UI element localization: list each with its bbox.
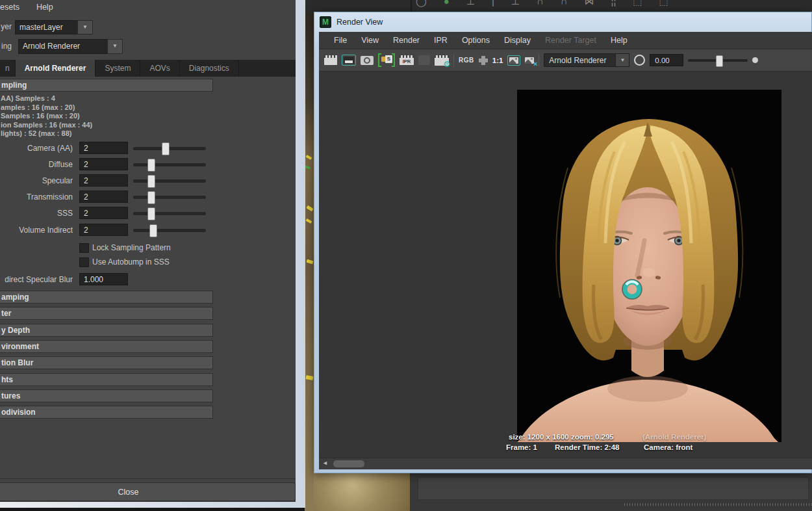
dashed-box-icon: ⬚: [659, 0, 668, 7]
redo-render-icon[interactable]: [324, 55, 337, 65]
use-autobump-sss-label: Use Autobump in SSS: [92, 257, 170, 267]
indirect-specular-blur-label: direct Specular Blur: [0, 275, 73, 284]
transmission-field[interactable]: 2: [79, 190, 128, 203]
menu-view[interactable]: View: [354, 36, 386, 45]
menu-help[interactable]: Help: [603, 36, 635, 45]
render-using-dropdown-arrow-icon[interactable]: ▼: [107, 39, 123, 54]
gear-icon: ⚙: [443, 60, 451, 68]
status-frame: Frame: 1: [506, 443, 537, 451]
sss-label: SSS: [0, 209, 73, 218]
timeline-inner: [418, 477, 809, 500]
exposure-field[interactable]: 0.00: [650, 54, 683, 66]
render-view-title: Render View: [336, 18, 383, 27]
menu-help[interactable]: Help: [36, 3, 53, 12]
render-view-titlebar[interactable]: M Render View: [320, 16, 383, 28]
ipr-render-icon[interactable]: IPR: [400, 55, 414, 65]
volume-indirect-field[interactable]: 2: [79, 224, 128, 236]
sss-slider-thumb[interactable]: [147, 207, 155, 220]
menu-render[interactable]: Render: [386, 36, 427, 45]
snap-grid-icon: ⊥: [466, 0, 475, 7]
bottom-dark-strip: [0, 508, 305, 511]
volume-indirect-slider[interactable]: [133, 229, 206, 232]
diffuse-slider[interactable]: [133, 163, 206, 166]
tab-arnold-renderer[interactable]: Arnold Renderer: [16, 60, 96, 77]
specular-slider[interactable]: [133, 179, 206, 183]
diffuse-slider-thumb[interactable]: [147, 159, 155, 172]
specular-slider-thumb[interactable]: [147, 175, 155, 188]
screen: ◯ ● ⊥ | ⊥ ∩ ∩ ⋈ ¦¦ ⬚ ⬚ esets: [0, 0, 812, 511]
render-region-icon[interactable]: [342, 55, 356, 66]
indirect-specular-blur-field[interactable]: 1.000: [79, 273, 128, 285]
circle-icon: ◯: [416, 0, 427, 7]
menu-file[interactable]: File: [327, 36, 354, 45]
diffuse-field[interactable]: 2: [79, 158, 128, 170]
section-lights[interactable]: hts: [0, 373, 213, 386]
render-layer-select[interactable]: masterLayer: [15, 20, 84, 34]
remove-image-icon[interactable]: ×: [525, 57, 534, 64]
transmission-slider[interactable]: [133, 196, 206, 199]
renderer-select-arrow-icon[interactable]: ▼: [615, 54, 629, 66]
render-layer-dropdown-arrow-icon[interactable]: ▼: [77, 20, 93, 34]
section-subdivision[interactable]: odivision: [0, 406, 213, 419]
settings-tab-bar: n Arnold Renderer System AOVs Diagnostic…: [0, 60, 296, 77]
render-selected-icon[interactable]: S: [378, 53, 395, 67]
tab-common[interactable]: n: [0, 60, 16, 77]
camera-aa-field[interactable]: 2: [79, 142, 128, 154]
exposure-slider-thumb[interactable]: [716, 55, 723, 67]
scrollbar-thumb[interactable]: [333, 460, 364, 467]
specular-field[interactable]: 2: [79, 174, 128, 187]
transmission-slider-thumb[interactable]: [147, 191, 155, 204]
tab-system[interactable]: System: [95, 60, 140, 77]
camera-aa-label: Camera (AA): [0, 144, 73, 153]
s-glyph: S: [385, 55, 392, 63]
snap-point-icon: ⊥: [511, 0, 520, 7]
exposure-slider[interactable]: [688, 59, 748, 62]
snapshot-camera-icon[interactable]: [361, 56, 374, 65]
render-layer-label: yer: [0, 22, 12, 31]
section-ray-depth[interactable]: y Depth: [0, 324, 213, 337]
renderer-select[interactable]: Arnold Renderer ▼: [544, 53, 629, 67]
volume-indirect-slider-thumb[interactable]: [149, 224, 157, 237]
scroll-left-arrow-icon[interactable]: ◄: [322, 460, 328, 466]
status-line-icons: ◯ ● ⊥ | ⊥ ∩ ∩ ⋈ ¦¦ ⬚ ⬚: [416, 0, 668, 7]
divider: [0, 478, 296, 479]
render-settings-icon[interactable]: ⚙: [435, 55, 449, 66]
keep-image-icon[interactable]: [507, 55, 520, 66]
magnet-icon: ∩: [561, 0, 568, 7]
magnet-icon: ∩: [537, 0, 544, 7]
alpha-channel-icon[interactable]: [479, 56, 488, 65]
dashed-box-icon: ⬚: [633, 0, 642, 7]
menu-render-target: Render Target: [538, 36, 603, 45]
section-sampling[interactable]: mpling: [0, 79, 213, 92]
menu-options[interactable]: Options: [455, 36, 497, 45]
slider-end-dot: [752, 57, 758, 63]
menu-display[interactable]: Display: [497, 36, 538, 45]
render-view-inner: File View Render IPR Options Display Ren…: [319, 32, 812, 469]
section-filter[interactable]: ter: [0, 307, 213, 320]
render-using-select[interactable]: Arnold Renderer: [18, 39, 114, 54]
lock-sampling-pattern-checkbox[interactable]: [79, 243, 89, 253]
menu-ipr[interactable]: IPR: [427, 36, 455, 45]
tab-aovs[interactable]: AOVs: [140, 60, 179, 77]
use-autobump-sss-checkbox[interactable]: [79, 257, 89, 267]
sss-slider[interactable]: [133, 212, 206, 215]
camera-aa-slider[interactable]: [133, 147, 206, 150]
rgb-channels-button[interactable]: RGB: [459, 57, 474, 64]
section-motion-blur[interactable]: tion Blur: [0, 356, 213, 369]
real-size-button[interactable]: 1:1: [492, 57, 503, 64]
camera-aa-slider-thumb[interactable]: [162, 142, 170, 155]
section-clamping[interactable]: amping: [0, 291, 213, 304]
menu-presets[interactable]: esets: [0, 3, 19, 12]
horizontal-scrollbar[interactable]: ◄: [319, 458, 812, 469]
status-size-zoom: size: 1200 x 1600 zoom: 0.295: [509, 433, 614, 441]
volume-indirect-label: Volume Indirect: [0, 226, 73, 235]
sss-field[interactable]: 2: [79, 207, 128, 219]
tab-diagnostics[interactable]: Diagnostics: [180, 60, 239, 77]
close-button[interactable]: Close: [0, 482, 296, 501]
section-textures[interactable]: tures: [0, 389, 213, 402]
section-environment[interactable]: vironment: [0, 340, 213, 353]
maya-logo-icon: M: [320, 16, 331, 28]
aperture-icon[interactable]: [634, 55, 645, 66]
diffuse-label: Diffuse: [0, 160, 73, 169]
divider-icon: |: [492, 0, 494, 7]
